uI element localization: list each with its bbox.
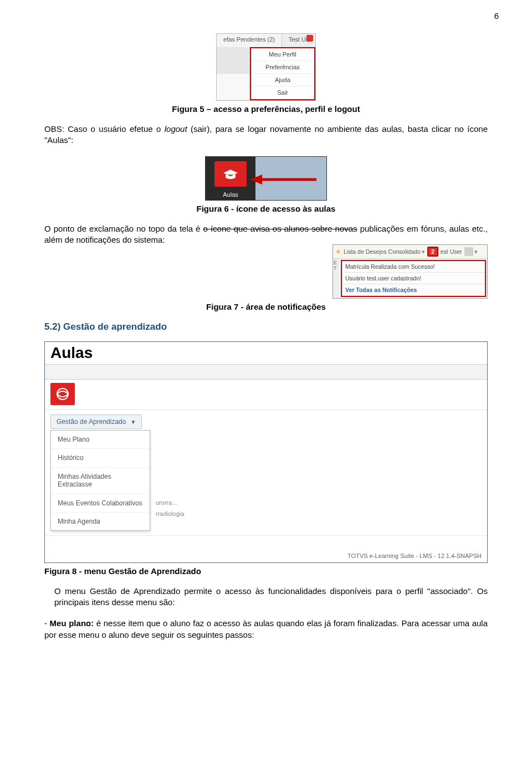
menu-item-eventos-colaborativos[interactable]: Meus Eventos Colaborativos bbox=[51, 494, 150, 512]
aulas-label: Aulas bbox=[223, 191, 238, 198]
figure-5-caption: Figura 5 – acesso a preferências, perfil… bbox=[44, 104, 488, 114]
bullet-meu-plano: - Meu plano: é nesse item que o aluno fa… bbox=[44, 618, 488, 641]
profile-dropdown-menu: Meu Perfil Preferências Ajuda Sair bbox=[250, 47, 315, 100]
figure-5-screenshot: efas Pendentes (2) Test Us Meu Perfil Pr… bbox=[216, 33, 316, 101]
notification-item[interactable]: Matrícula Realizada com Sucesso! bbox=[342, 261, 485, 273]
svg-marker-1 bbox=[250, 175, 262, 185]
obscured-text-1: urorra... bbox=[156, 498, 487, 509]
section-heading-5-2: 5.2) Gestão de aprendizado bbox=[44, 321, 488, 332]
spr-logo-icon bbox=[50, 383, 75, 405]
menu-item-meu-perfil[interactable]: Meu Perfil bbox=[251, 48, 314, 61]
menu-item-preferencias[interactable]: Preferências bbox=[251, 61, 314, 74]
lms-version-footer: TOTVS e-Learning Suite - LMS - 12.1.4-SN… bbox=[45, 535, 487, 562]
star-icon: ★ bbox=[335, 248, 341, 255]
aulas-icon-tile[interactable] bbox=[214, 161, 247, 187]
paragraph-menu-gestao: O menu Gestão de Aprendizado permite o a… bbox=[54, 586, 488, 608]
menu-item-meu-plano[interactable]: Meu Plano bbox=[51, 431, 150, 448]
red-arrow-annotation-icon bbox=[250, 172, 322, 187]
gestao-aprendizado-menu: Meu Plano Histórico Minhas Atividades Ex… bbox=[50, 430, 150, 531]
obscured-text-2: rradiologia bbox=[156, 509, 487, 520]
graduation-cap-icon bbox=[222, 168, 239, 180]
figure-7-screenshot: ★ Lista de Desejos Consolidado ▾ 2 est U… bbox=[332, 244, 488, 299]
wishlist-label[interactable]: Lista de Desejos Consolidado bbox=[344, 248, 421, 255]
menu-item-sair[interactable]: Sair bbox=[251, 86, 314, 99]
paragraph-exclamacao: O ponto de exclamação no topo da tela é … bbox=[44, 223, 488, 246]
notification-count-badge[interactable]: 2 bbox=[427, 247, 438, 257]
user-chip[interactable]: Test Us bbox=[282, 34, 315, 47]
user-name-fragment: Test Us bbox=[289, 36, 309, 43]
gestao-aprendizado-dropdown[interactable]: Gestão de Aprendizado ▼ bbox=[50, 414, 142, 429]
menu-item-historico[interactable]: Histórico bbox=[51, 448, 150, 467]
svg-point-2 bbox=[57, 388, 68, 400]
chevron-down-icon: ▾ bbox=[422, 248, 425, 255]
figure-7-caption: Figura 7 - área de notificações bbox=[44, 302, 488, 311]
cropped-side-text: E T bbox=[333, 259, 340, 298]
page-number: 6 bbox=[494, 11, 499, 21]
chevron-down-icon: ▾ bbox=[474, 248, 478, 255]
aulas-page-title: Aulas bbox=[45, 342, 487, 364]
pending-tasks-label: efas Pendentes (2) bbox=[217, 34, 282, 47]
dropdown-label: Gestão de Aprendizado bbox=[57, 418, 126, 426]
user-name-fragment-2: est User bbox=[441, 248, 462, 255]
menu-item-ajuda[interactable]: Ajuda bbox=[251, 74, 314, 86]
avatar-icon bbox=[464, 247, 473, 256]
figure-8-caption: Figura 8 - menu Gestão de Aprendizado bbox=[44, 566, 488, 576]
notification-badge-icon bbox=[306, 35, 313, 42]
menu-item-minha-agenda[interactable]: Minha Agenda bbox=[51, 512, 150, 530]
menu-item-atividades-extraclasse[interactable]: Minhas Atividades Extraclasse bbox=[51, 467, 150, 494]
figure-6-caption: Figura 6 - ícone de acesso às aulas bbox=[44, 204, 488, 213]
figure-6-screenshot: Aulas bbox=[205, 156, 327, 201]
figure-8-screenshot: Aulas Gestão de Aprendizado ▼ Meu Plano … bbox=[44, 341, 488, 563]
view-all-notifications-link[interactable]: Ver Todas as Notificações bbox=[342, 284, 485, 296]
notifications-panel: Matrícula Realizada com Sucesso! Usuário… bbox=[341, 260, 486, 297]
notification-item[interactable]: Usuário test.user cadastrado! bbox=[342, 273, 485, 284]
chevron-down-icon: ▼ bbox=[130, 419, 136, 425]
paragraph-obs-logout: OBS: Caso o usuário efetue o logout (sai… bbox=[44, 124, 488, 146]
